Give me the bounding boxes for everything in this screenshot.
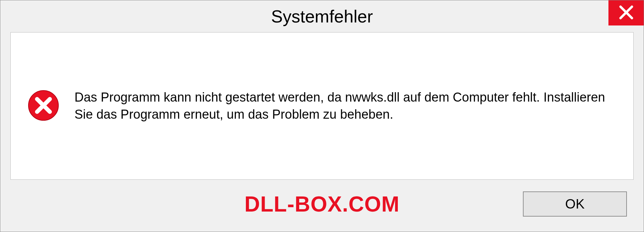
close-button[interactable] xyxy=(608,0,644,25)
dialog-footer: DLL-BOX.COM OK xyxy=(0,186,644,232)
watermark-text: DLL-BOX.COM xyxy=(245,192,400,217)
dialog-title: Systemfehler xyxy=(271,6,373,26)
error-icon xyxy=(28,90,59,123)
titlebar: Systemfehler xyxy=(0,0,644,32)
content-panel: Das Programm kann nicht gestartet werden… xyxy=(10,32,634,180)
system-error-dialog: Systemfehler Das Programm kann nicht ges… xyxy=(0,0,644,232)
ok-button[interactable]: OK xyxy=(523,191,627,217)
close-icon xyxy=(619,5,634,21)
error-message: Das Programm kann nicht gestartet werden… xyxy=(74,89,616,123)
